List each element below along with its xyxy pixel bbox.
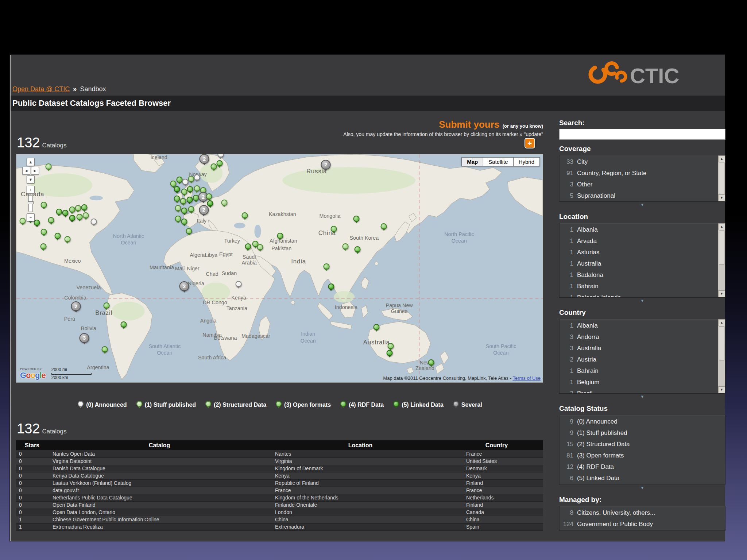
map-marker[interactable] [194,185,200,192]
map-marker[interactable] [174,186,180,192]
map-marker[interactable] [217,154,224,158]
map-marker[interactable] [182,179,189,185]
facet-expander-icon[interactable]: ▼ [559,202,725,208]
map-marker[interactable] [235,281,241,287]
table-row[interactable]: 0data.gouv.frFranceFrance [16,487,543,494]
table-row[interactable]: 1Extremadura ReutilizaExtremaduraSpain [16,523,543,530]
map-marker[interactable] [374,324,380,330]
table-row[interactable]: 0Nantes Open DataNantesFrance [16,450,543,457]
table-row[interactable]: 1Chinese Government Public Information O… [16,516,543,523]
facet-item[interactable]: 1Asturias [560,247,717,258]
map-marker[interactable] [188,176,194,182]
map[interactable]: CanadaIcelandNorwayNorth AtlanticOceanMé… [16,154,543,383]
map-marker[interactable] [75,205,81,211]
facet-expander-icon[interactable]: ▼ [559,298,725,304]
map-type-hybrid-button[interactable]: Hybrid [514,157,540,166]
facet-item[interactable]: 1Belgium [560,376,717,388]
map-marker[interactable] [381,223,387,229]
map-marker[interactable] [355,246,361,252]
scrollbar[interactable]: ▲▼ [718,223,725,297]
table-row[interactable]: 0Netherlands Public Data CatalogueKingdo… [16,494,543,501]
scroll-thumb[interactable] [719,231,724,264]
map-marker[interactable] [121,321,127,328]
map-collapse-button[interactable]: + [525,138,535,148]
table-row[interactable]: 0Danish Data CatalogueKingdom of Denmark… [16,465,543,472]
map-marker[interactable] [207,200,213,206]
scroll-thumb[interactable] [719,163,724,194]
map-marker[interactable] [323,263,329,270]
map-marker[interactable] [342,243,348,250]
facet-item[interactable]: 124Government or Public Body [560,518,725,530]
map-marker[interactable] [242,212,248,219]
map-marker[interactable] [181,189,187,195]
map-marker[interactable] [221,200,227,206]
map-marker[interactable] [81,204,88,211]
breadcrumb-link[interactable]: Open Data @ CTIC [12,85,70,93]
scroll-thumb[interactable] [719,327,724,360]
facet-item[interactable]: 15(2) Structured Data [560,439,725,450]
col-header-catalog[interactable]: Catalog [48,440,271,450]
google-logo[interactable]: Google [20,371,46,380]
map-marker[interactable] [187,186,193,192]
map-marker[interactable] [186,228,192,234]
map-marker[interactable] [257,244,263,250]
map-cluster-marker[interactable]: 3 [80,333,89,343]
map-marker[interactable] [64,236,70,242]
facet-item[interactable]: 2Brazil [560,388,717,394]
facet-item[interactable]: 1Australia [560,258,717,269]
scroll-up-icon[interactable]: ▲ [718,155,725,162]
pan-down-button[interactable]: ▼ [27,175,35,184]
map-marker[interactable] [188,206,194,212]
map-marker[interactable] [428,359,434,366]
map-marker[interactable] [77,214,83,220]
map-marker[interactable] [46,163,52,170]
facet-item[interactable]: 1Balearic Islands [560,292,717,298]
zoom-slider-thumb[interactable] [28,201,34,204]
scroll-down-icon[interactable]: ▼ [718,194,725,201]
scrollbar[interactable]: ▲▼ [718,319,725,393]
facet-item[interactable]: 1Albania [560,224,717,235]
zoom-out-button[interactable]: − [27,213,35,221]
map-marker[interactable] [211,163,217,170]
facet-item[interactable]: 1Arvada [560,235,717,247]
facet-item[interactable]: 3Australia [560,343,717,354]
facet-item[interactable]: 3Andorra [560,331,717,343]
facet-item[interactable]: 1Bahrain [560,365,717,376]
facet-item[interactable]: 2Austria [560,354,717,365]
map-marker[interactable] [181,219,187,225]
terms-of-use-link[interactable]: Terms of Use [512,375,541,381]
map-marker[interactable] [69,215,75,221]
facet-item[interactable]: 6(5) Linked Data [560,472,725,484]
facet-item[interactable]: 5Supranational [560,190,717,201]
map-marker[interactable] [62,210,69,216]
col-header-location[interactable]: Location [271,440,450,450]
facet-item[interactable]: 1Bahrain [560,281,717,292]
table-row[interactable]: 0Virgina DatapointVirginiaUnited States [16,457,543,465]
map-marker[interactable] [83,212,89,219]
map-marker[interactable] [41,202,47,208]
map-cluster-marker[interactable]: 2 [71,301,81,311]
facet-item[interactable]: 1Badalona [560,269,717,281]
table-row[interactable]: 0Open Data FinlandFinlande-OrientaleFinl… [16,501,543,509]
facet-item[interactable]: 12(4) RDF Data [560,461,725,472]
map-cluster-marker[interactable]: 2 [321,160,331,170]
zoom-in-button[interactable]: + [27,186,35,194]
facet-item[interactable]: 8Citizens, University, others... [560,507,725,518]
map-marker[interactable] [175,216,181,222]
pan-left-button[interactable]: ◄ [22,167,30,175]
map-cluster-marker[interactable]: 2 [179,281,189,291]
scrollbar[interactable]: ▲▼ [718,155,725,201]
map-marker[interactable] [102,346,108,352]
facet-item[interactable]: 3Other [560,179,717,190]
map-marker[interactable] [277,233,283,239]
map-marker[interactable] [174,196,180,202]
map-marker[interactable] [54,233,61,239]
facet-item[interactable]: 1Albania [560,320,717,331]
map-cluster-marker[interactable]: 2 [200,154,209,164]
map-marker[interactable] [41,229,47,235]
search-input[interactable] [559,129,725,140]
map-marker[interactable] [175,205,181,211]
map-marker[interactable] [177,177,183,183]
map-marker[interactable] [328,283,334,290]
map-marker[interactable] [56,209,62,215]
